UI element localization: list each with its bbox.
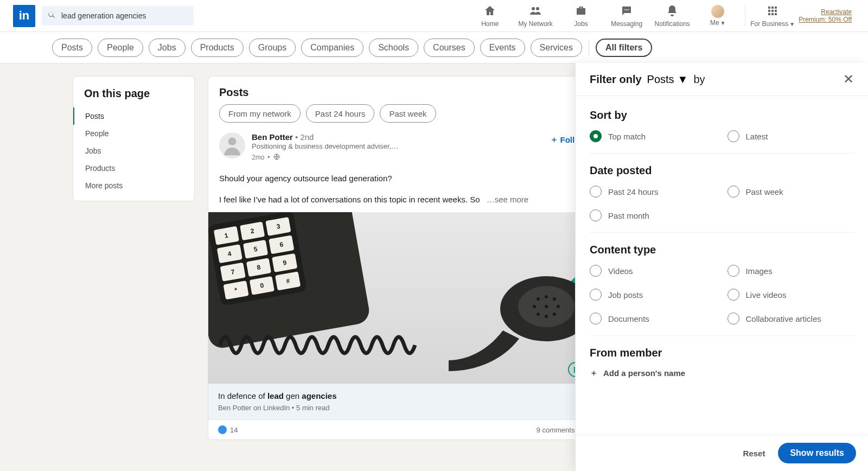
comment-count[interactable]: 9 comments <box>537 426 575 434</box>
chat-icon <box>620 4 633 19</box>
avatar-icon <box>711 5 724 18</box>
radio-icon <box>590 265 602 277</box>
pill-services[interactable]: Services <box>531 39 582 57</box>
nav-network-label: My Network <box>519 20 553 28</box>
home-icon <box>483 4 496 19</box>
post-headline: Positioning & business development advis… <box>252 142 398 151</box>
nav-for-business-label: For Business▼ <box>750 20 795 28</box>
rail-item-jobs[interactable]: Jobs <box>73 142 194 160</box>
pill-events[interactable]: Events <box>480 39 525 57</box>
sort-latest[interactable]: Latest <box>727 130 854 142</box>
sort-top-match[interactable]: Top match <box>590 130 717 142</box>
search-input[interactable] <box>60 11 188 21</box>
post-avatar[interactable] <box>219 132 245 158</box>
filter-by-label: by <box>693 73 705 86</box>
svg-point-13 <box>537 313 540 316</box>
filter-entity-select[interactable]: Posts ▼ <box>647 73 688 86</box>
post-author-line[interactable]: Ben Potter • 2nd <box>252 132 398 142</box>
nav-home-label: Home <box>481 20 499 28</box>
pill-schools[interactable]: Schools <box>369 39 418 57</box>
radio-icon <box>727 313 739 324</box>
rail-item-products[interactable]: Products <box>73 160 194 177</box>
chip-from-network[interactable]: From my network <box>219 104 301 123</box>
filter-pill-bar: Posts People Jobs Products Groups Compan… <box>0 32 868 63</box>
chip-past-24h[interactable]: Past 24 hours <box>306 104 375 123</box>
pill-products[interactable]: Products <box>191 39 244 57</box>
ctype-job-posts[interactable]: Job posts <box>590 289 717 301</box>
close-panel-button[interactable]: ✕ <box>843 72 854 87</box>
globe-icon <box>273 154 280 162</box>
nav-jobs[interactable]: Jobs <box>558 0 604 32</box>
nav-me[interactable]: Me▼ <box>695 0 741 32</box>
nav-network[interactable]: My Network <box>513 0 558 32</box>
post-link-meta: Ben Potter on LinkedIn • 5 min read <box>218 404 609 412</box>
ctype-images[interactable]: Images <box>727 265 854 277</box>
pill-posts[interactable]: Posts <box>52 39 92 57</box>
on-this-page-card: On this page Posts People Jobs Products … <box>73 76 195 201</box>
briefcase-icon <box>575 4 588 19</box>
pill-people[interactable]: People <box>98 39 143 57</box>
sort-by-title: Sort by <box>590 109 854 122</box>
posts-section-title: Posts <box>219 86 608 99</box>
reset-button[interactable]: Reset <box>740 448 769 454</box>
radio-icon <box>727 265 739 277</box>
add-person-button[interactable]: ＋ Add a person's name <box>590 368 854 378</box>
nav-jobs-label: Jobs <box>575 20 588 28</box>
bell-icon <box>666 4 679 19</box>
pill-jobs[interactable]: Jobs <box>149 39 186 57</box>
svg-point-7 <box>537 297 540 301</box>
see-more[interactable]: …see more <box>487 194 529 206</box>
nav-notifications[interactable]: Notifications <box>649 0 695 32</box>
radio-icon <box>590 186 602 198</box>
svg-point-14 <box>545 315 548 318</box>
nav-for-business[interactable]: For Business▼ <box>750 0 795 32</box>
pill-all-filters[interactable]: All filters <box>596 39 652 57</box>
ctype-documents[interactable]: Documents <box>590 313 717 324</box>
svg-point-3 <box>228 137 237 145</box>
post-link-preview[interactable]: In defence of lead gen agencies Ben Pott… <box>208 384 619 419</box>
nav-premium-cta[interactable]: Reactivate Premium: 50% Off <box>799 8 855 23</box>
content-type-title: Content type <box>590 244 854 256</box>
post-stats: 14 9 comments • 1 repost <box>208 419 619 440</box>
post-body: Should your agency outsource lead genera… <box>208 167 619 206</box>
show-results-button[interactable]: Show results <box>778 443 856 453</box>
search-bar[interactable] <box>42 6 194 26</box>
reaction-count[interactable]: 14 <box>218 425 238 434</box>
ctype-live-videos[interactable]: Live videos <box>727 289 854 301</box>
nav-messaging[interactable]: Messaging <box>604 0 649 32</box>
date-past-24h[interactable]: Past 24 hours <box>590 186 717 198</box>
chip-past-week[interactable]: Past week <box>380 104 436 123</box>
pill-groups[interactable]: Groups <box>249 39 296 57</box>
svg-point-8 <box>545 295 548 298</box>
linkedin-logo[interactable]: in <box>13 5 35 27</box>
radio-icon <box>727 186 739 198</box>
nav-home[interactable]: Home <box>467 0 513 32</box>
topbar: in Home My Network Jobs Messaging Notifi… <box>0 0 868 32</box>
from-member-title: From member <box>590 347 854 359</box>
radio-icon <box>590 209 602 221</box>
svg-point-9 <box>553 297 556 301</box>
rail-item-more-posts[interactable]: More posts <box>73 177 194 194</box>
premium-line-1[interactable]: Reactivate <box>821 8 852 16</box>
pill-courses[interactable]: Courses <box>424 39 475 57</box>
premium-line-2[interactable]: Premium: 50% Off <box>799 16 852 23</box>
pill-companies[interactable]: Companies <box>301 39 363 57</box>
filter-only-label: Filter only <box>590 73 642 86</box>
pill-separator <box>589 40 589 55</box>
date-past-month[interactable]: Past month <box>590 209 717 221</box>
post-line-1: Should your agency outsource lead genera… <box>219 173 608 184</box>
post-image[interactable]: 123 456 789 *0# <box>208 212 619 384</box>
posts-card: Posts From my network Past 24 hours Past… <box>208 76 620 440</box>
rail-item-posts[interactable]: Posts <box>73 107 194 125</box>
post-time: 2mo • <box>252 154 398 162</box>
ctype-videos[interactable]: Videos <box>590 265 717 277</box>
primary-nav: Home My Network Jobs Messaging Notificat… <box>467 0 795 32</box>
radio-icon <box>727 289 739 301</box>
people-icon <box>529 4 542 19</box>
svg-point-10 <box>533 305 536 308</box>
date-past-week[interactable]: Past week <box>727 186 854 198</box>
ctype-collab-articles[interactable]: Collaborative articles <box>727 313 854 324</box>
nav-notifications-label: Notifications <box>655 20 690 28</box>
rail-item-people[interactable]: People <box>73 125 194 142</box>
post-author[interactable]: Ben Potter <box>252 132 293 142</box>
